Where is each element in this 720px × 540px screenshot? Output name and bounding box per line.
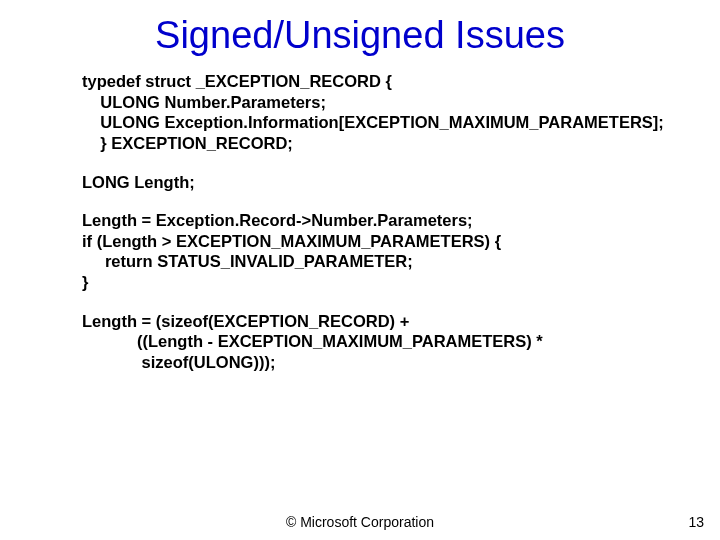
code-span: ULONG	[82, 113, 160, 131]
code-line: typedef struct _EXCEPTION_RECORD {	[82, 71, 680, 92]
footer-copyright: © Microsoft Corporation	[0, 514, 720, 530]
code-line: sizeof(ULONG)));	[82, 352, 680, 373]
code-span: Exception.Information[EXCEPTION_MAXIMUM_…	[165, 113, 664, 131]
code-line: }	[82, 272, 680, 293]
code-line: } EXCEPTION_RECORD;	[82, 133, 680, 154]
code-line: Length = Exception.Record->Number.Parame…	[82, 210, 680, 231]
code-line: LONG Length;	[82, 172, 680, 193]
code-line: return STATUS_INVALID_PARAMETER;	[82, 251, 680, 272]
code-line: ULONG Number.Parameters;	[82, 92, 680, 113]
page-number: 13	[688, 514, 704, 530]
code-line: if (Length > EXCEPTION_MAXIMUM_PARAMETER…	[82, 231, 680, 252]
code-block-1: typedef struct _EXCEPTION_RECORD { ULONG…	[82, 71, 680, 154]
slide-body: typedef struct _EXCEPTION_RECORD { ULONG…	[0, 67, 720, 373]
code-line: Length = (sizeof(EXCEPTION_RECORD) +	[82, 311, 680, 332]
code-block-2: LONG Length;	[82, 172, 680, 193]
code-block-3: Length = Exception.Record->Number.Parame…	[82, 210, 680, 293]
slide-title: Signed/Unsigned Issues	[0, 0, 720, 67]
slide: Signed/Unsigned Issues typedef struct _E…	[0, 0, 720, 540]
code-line: ((Length - EXCEPTION_MAXIMUM_PARAMETERS)…	[82, 331, 680, 352]
code-line: ULONG Exception.Information[EXCEPTION_MA…	[82, 112, 680, 133]
code-block-4: Length = (sizeof(EXCEPTION_RECORD) + ((L…	[82, 311, 680, 373]
